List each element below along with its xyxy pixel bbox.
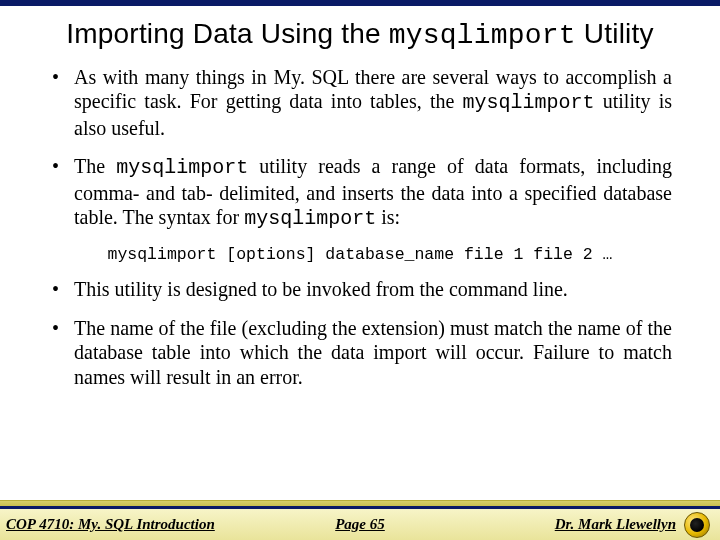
slide: Importing Data Using the mysqlimport Uti… — [0, 0, 720, 540]
bullet-4: The name of the file (excluding the exte… — [48, 316, 672, 389]
bullet-3: This utility is designed to be invoked f… — [48, 277, 672, 301]
slide-body: As with many things in My. SQL there are… — [0, 57, 720, 540]
footer-center: Page 65 — [335, 516, 385, 533]
b2-pre: The — [74, 155, 116, 177]
bullet-list: As with many things in My. SQL there are… — [48, 65, 672, 231]
bullet-list-2: This utility is designed to be invoked f… — [48, 277, 672, 389]
footer: COP 4710: My. SQL Introduction Page 65 D… — [0, 506, 720, 540]
syntax-line: mysqlimport [options] database_name file… — [48, 245, 672, 265]
footer-right: Dr. Mark Llewellyn — [555, 516, 676, 533]
b2-post: is: — [376, 206, 400, 228]
b2-mono2: mysqlimport — [244, 207, 376, 230]
footer-right-wrap: Dr. Mark Llewellyn — [555, 512, 710, 538]
title-post: Utility — [576, 18, 654, 49]
b1-mono: mysqlimport — [463, 91, 595, 114]
footer-left: COP 4710: My. SQL Introduction — [6, 516, 215, 533]
ucf-logo-icon — [684, 512, 710, 538]
title-pre: Importing Data Using the — [66, 18, 389, 49]
bullet-1: As with many things in My. SQL there are… — [48, 65, 672, 140]
b2-mono1: mysqlimport — [116, 156, 248, 179]
title-mono: mysqlimport — [389, 20, 576, 51]
bullet-2: The mysqlimport utility reads a range of… — [48, 154, 672, 231]
slide-title: Importing Data Using the mysqlimport Uti… — [0, 6, 720, 57]
